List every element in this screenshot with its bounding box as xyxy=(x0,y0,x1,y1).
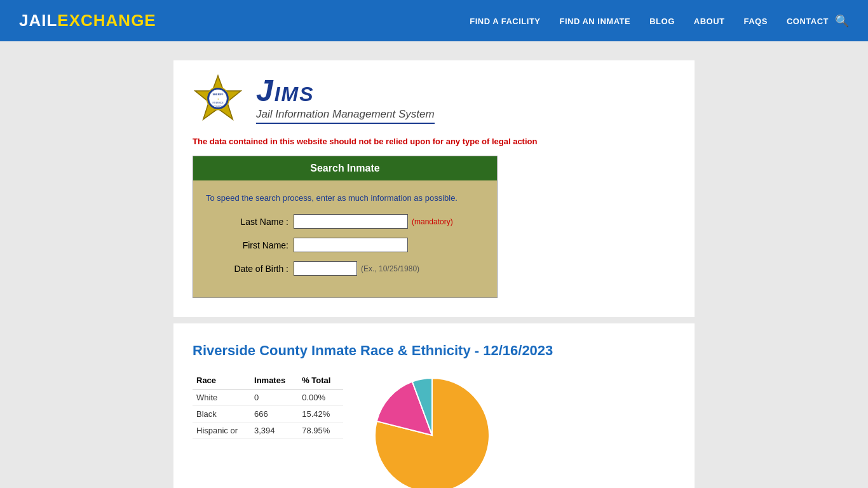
table-row: Black 666 15.42% xyxy=(193,406,343,423)
nav-item-contact[interactable]: CONTACT xyxy=(787,16,829,26)
cell-pct: 15.42% xyxy=(298,406,343,423)
first-name-input[interactable] xyxy=(294,238,408,252)
nav-link-find-facility[interactable]: FIND A FACILITY xyxy=(470,17,540,26)
cell-race: White xyxy=(193,390,250,406)
nav-item-find-facility[interactable]: FIND A FACILITY xyxy=(470,16,540,26)
table-header-row: Race Inmates % Total xyxy=(193,372,343,390)
nav-link-contact[interactable]: CONTACT xyxy=(787,17,829,26)
svg-text:COUNTY: COUNTY xyxy=(214,105,222,108)
jims-ims-letters: IMS xyxy=(275,83,315,106)
sheriff-badge-icon: SHERIFF ★ RIVERSIDE COUNTY xyxy=(193,73,243,124)
dob-row: Date of Birth : (Ex., 10/25/1980) xyxy=(206,261,478,276)
cell-pct: 0.00% xyxy=(298,390,343,406)
first-name-label: First Name: xyxy=(206,240,288,250)
disclaimer-text: The data contained in this website shoul… xyxy=(193,137,675,146)
dob-label: Date of Birth : xyxy=(206,264,288,274)
cell-pct: 78.95% xyxy=(298,423,343,439)
dob-input[interactable] xyxy=(294,261,357,276)
search-icon[interactable]: 🔍 xyxy=(835,14,849,28)
search-form-header: Search Inmate xyxy=(193,156,497,180)
stats-table: Race Inmates % Total White 0 0.00% Black… xyxy=(193,372,343,439)
stats-layout: Race Inmates % Total White 0 0.00% Black… xyxy=(193,372,675,488)
cell-inmates: 0 xyxy=(250,390,298,406)
last-name-label: Last Name : xyxy=(206,217,288,227)
pie-chart-svg xyxy=(369,372,496,488)
navbar: JAILEXCHANGE FIND A FACILITY FIND AN INM… xyxy=(0,0,868,41)
header-section: SHERIFF ★ RIVERSIDE COUNTY J IMS Jail In… xyxy=(173,60,695,317)
table-row: White 0 0.00% xyxy=(193,390,343,406)
cell-race: Hispanic or xyxy=(193,423,250,439)
svg-text:RIVERSIDE: RIVERSIDE xyxy=(212,102,223,104)
nav-link-faqs[interactable]: FAQs xyxy=(744,17,768,26)
nav-item-blog[interactable]: BLOG xyxy=(649,16,675,26)
cell-inmates: 666 xyxy=(250,406,298,423)
cell-inmates: 3,394 xyxy=(250,423,298,439)
jims-j-letter: J xyxy=(256,73,273,108)
nav-item-about[interactable]: ABOUT xyxy=(694,16,725,26)
table-row: Hispanic or 3,394 78.95% xyxy=(193,423,343,439)
brand-logo[interactable]: JAILEXCHANGE xyxy=(19,11,156,30)
page-wrapper: SHERIFF ★ RIVERSIDE COUNTY J IMS Jail In… xyxy=(161,41,707,488)
nav-link-find-inmate[interactable]: FIND AN INMATE xyxy=(560,17,631,26)
pie-chart xyxy=(369,372,496,488)
mandatory-badge: (mandatory) xyxy=(412,217,453,226)
nav-links: FIND A FACILITY FIND AN INMATE BLOG ABOU… xyxy=(470,16,829,26)
nav-item-faqs[interactable]: FAQs xyxy=(744,16,768,26)
svg-text:SHERIFF: SHERIFF xyxy=(212,93,224,96)
brand-jail: JAIL xyxy=(19,11,57,30)
nav-item-find-inmate[interactable]: FIND AN INMATE xyxy=(560,16,631,26)
svg-text:★: ★ xyxy=(217,98,219,100)
dob-example: (Ex., 10/25/1980) xyxy=(361,264,419,273)
logo-area: SHERIFF ★ RIVERSIDE COUNTY J IMS Jail In… xyxy=(193,73,675,124)
last-name-row: Last Name : (mandatory) xyxy=(206,214,478,229)
search-form-container: Search Inmate To speed the search proces… xyxy=(193,156,498,298)
cell-race: Black xyxy=(193,406,250,423)
search-form-body: To speed the search process, enter as mu… xyxy=(193,180,497,297)
col-race: Race xyxy=(193,372,250,390)
last-name-input[interactable] xyxy=(294,214,408,229)
brand-exchange: EXCHANGE xyxy=(57,11,156,30)
first-name-row: First Name: xyxy=(206,238,478,252)
stats-section: Riverside County Inmate Race & Ethnicity… xyxy=(173,323,695,488)
col-pct: % Total xyxy=(298,372,343,390)
nav-link-blog[interactable]: BLOG xyxy=(649,17,675,26)
search-hint: To speed the search process, enter as mu… xyxy=(206,193,478,203)
jims-subtitle: Jail Information Management System xyxy=(256,108,435,124)
stats-title: Riverside County Inmate Race & Ethnicity… xyxy=(193,342,675,359)
jims-logo: J IMS Jail Information Management System xyxy=(256,73,435,124)
nav-link-about[interactable]: ABOUT xyxy=(694,17,725,26)
col-inmates: Inmates xyxy=(250,372,298,390)
